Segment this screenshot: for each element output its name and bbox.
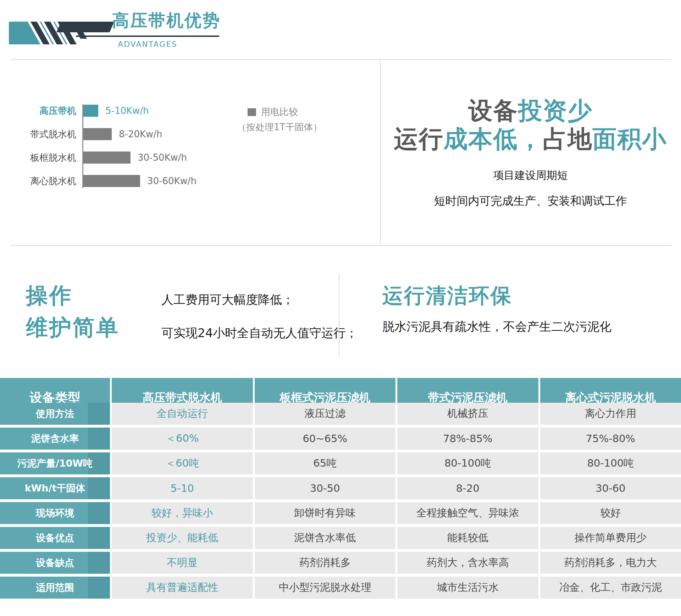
table-cell: 机械挤压: [397, 403, 538, 425]
chart-category-label: 离心脱水机: [0, 175, 76, 187]
table-row-label: 泥饼含水率: [0, 428, 110, 450]
table-cell: 具有普遍适配性: [112, 577, 253, 599]
headline-segment: 面积小: [593, 125, 667, 153]
table-cell: 投资少、能耗低: [112, 527, 253, 549]
chart-value-label: 30-50Kw/h: [138, 151, 187, 164]
table-cell: 80-100吨: [397, 452, 538, 474]
chart-value-label: 8-20Kw/h: [119, 128, 162, 141]
table-cell: 冶金、化工、市政污泥: [540, 577, 681, 599]
table-cell: 60~65%: [255, 428, 396, 450]
chart-bar: [83, 175, 140, 187]
chart-row: 带式脱水机8-20Kw/h: [0, 128, 255, 141]
chart-category-label: 带式脱水机: [0, 128, 76, 141]
headline-line2: 运行成本低，占地面积小: [380, 125, 681, 153]
table-row-label: kWh/t干固体: [0, 477, 110, 499]
divider-top: [11, 59, 671, 60]
chart-row: 板框脱水机30-50Kw/h: [0, 151, 255, 164]
legend-title: 用电比较: [261, 106, 298, 118]
investment-headline-block: 设备投资少 运行成本低，占地面积小 项目建设周期短 短时间内可完成生产、安装和调…: [380, 97, 681, 209]
table-cell: 全程接触空气、异味浓: [397, 502, 538, 524]
table-cell: 65吨: [255, 452, 396, 474]
table-cell: 较好，异味小: [112, 502, 253, 524]
table-cell: ＜60吨: [112, 452, 253, 474]
headline-sub2: 短时间内可完成生产、安装和调试工作: [380, 193, 681, 209]
page-title: 高压带机优势: [112, 9, 221, 32]
headline-segment: 设备: [469, 97, 518, 125]
operation-title-line1: 操作: [26, 280, 120, 312]
headline-segment: 运行: [394, 125, 444, 153]
chart-row: 离心脱水机30-60Kw/h: [0, 175, 255, 187]
table-row-label: 设备优点: [0, 527, 110, 549]
table-cell: 78%-85%: [397, 428, 538, 450]
comparison-table: 设备类型高压带式脱水机板框式污泥压滤机带式污泥压滤机离心式污泥脱水机使用方法全自…: [0, 378, 681, 599]
table-row-label: 使用方法: [0, 403, 110, 425]
clean-description: 脱水污泥具有疏水性，不会产生二次污泥化: [382, 319, 611, 335]
table-cell: 药剂消耗多，电力大: [540, 552, 681, 574]
page-subtitle: ADVANTAGES: [76, 40, 219, 49]
table-cell: 能耗较低: [397, 527, 538, 549]
chart-bar: [83, 128, 112, 140]
operation-bullet1: 人工费用可大幅度降低；: [161, 292, 294, 308]
chart-value-label: 5-10Kw/h: [105, 104, 149, 117]
table-cell: 中小型污泥脱水处理: [255, 577, 396, 599]
chart-bar: [83, 152, 131, 164]
table-cell: ＜60%: [112, 428, 253, 450]
chart-category-label: 高压带机: [0, 104, 76, 117]
divider-middle: [11, 245, 671, 246]
table-cell: 城市生活污水: [397, 577, 538, 599]
legend-swatch-icon: [248, 108, 256, 116]
headline-segment: 成本低，: [444, 125, 543, 153]
table-cell: 液压过滤: [255, 403, 396, 425]
chart-bar: [83, 105, 98, 117]
title-underline: [76, 35, 219, 37]
legend-note: （按处理1T干固体）: [237, 121, 322, 133]
power-usage-chart: 高压带机5-10Kw/h带式脱水机8-20Kw/h板框脱水机30-50Kw/h离…: [0, 99, 255, 195]
table-row-label: 设备缺点: [0, 552, 110, 574]
chart-value-label: 30-60Kw/h: [147, 175, 196, 187]
chart-row: 高压带机5-10Kw/h: [0, 104, 255, 117]
operation-title-line2: 维护简单: [26, 312, 120, 343]
operation-title: 操作 维护简单: [26, 280, 120, 343]
divider-vertical-lower: [339, 273, 339, 357]
table-cell: 全自动运行: [112, 403, 253, 425]
chart-category-label: 板框脱水机: [0, 151, 76, 164]
table-cell: 5-10: [112, 477, 253, 499]
table-cell: 不明显: [112, 552, 253, 574]
table-cell: 卸饼时有异味: [255, 502, 396, 524]
table-cell: 泥饼含水率低: [255, 527, 396, 549]
headline-line1: 设备投资少: [380, 97, 681, 125]
table-cell: 30-50: [255, 477, 396, 499]
table-cell: 操作简单费用少: [540, 527, 681, 549]
table-cell: 30-60: [540, 477, 681, 499]
table-cell: 80-100吨: [540, 452, 681, 474]
headline-sub1: 项目建设周期短: [380, 168, 681, 183]
operation-bullet2: 可实现24小时全自动无人值守运行；: [161, 325, 358, 341]
chart-legend: 用电比较 （按处理1T干固体）: [237, 106, 322, 133]
table-cell: 药剂大，含水率高: [397, 552, 538, 574]
headline-segment: 投资少: [518, 97, 593, 125]
table-row-label: 现场环境: [0, 502, 110, 524]
table-cell: 药剂消耗多: [255, 552, 396, 574]
table-row-label: 污泥产量/10W吨: [0, 452, 110, 474]
table-cell: 75%-80%: [540, 428, 681, 450]
table-cell: 8-20: [397, 477, 538, 499]
clean-title: 运行清洁环保: [382, 282, 512, 310]
table-cell: 离心力作用: [540, 403, 681, 425]
table-row-label: 适用范围: [0, 577, 110, 599]
headline-segment: 占地: [543, 125, 593, 153]
table-cell: 较好: [540, 502, 681, 524]
brochure-page: 高压带机优势 ADVANTAGES 高压带机5-10Kw/h带式脱水机8-20K…: [0, 0, 681, 616]
